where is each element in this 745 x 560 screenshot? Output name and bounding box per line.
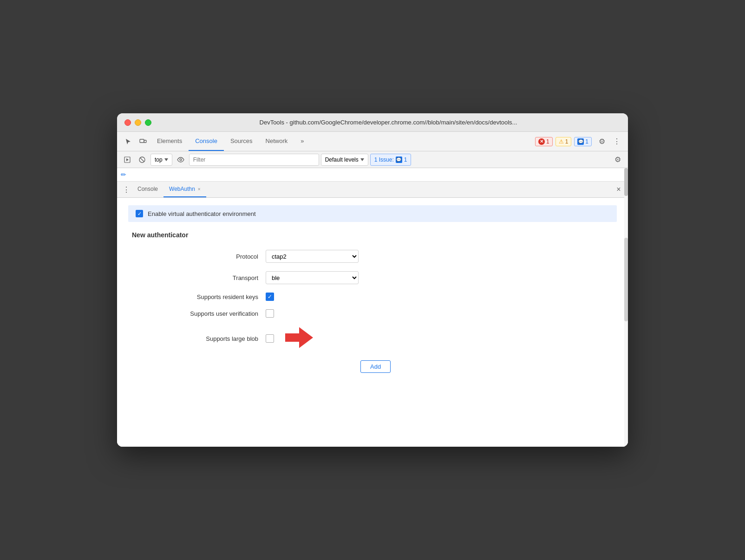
enable-authenticator-row: ✓ Enable virtual authenticator environme…: [128, 205, 617, 222]
new-authenticator-title: New authenticator: [132, 231, 617, 239]
panel-tab-bar: ⋮ Console WebAuthn × ×: [117, 181, 628, 198]
red-arrow-indicator: [285, 326, 313, 351]
resident-keys-checkbox[interactable]: ✓: [266, 293, 274, 301]
add-authenticator-button[interactable]: Add: [360, 360, 391, 373]
error-badge[interactable]: ✕ 1: [535, 137, 553, 146]
svg-rect-0: [140, 139, 144, 143]
protocol-select[interactable]: ctap2 u2f: [266, 250, 359, 263]
panel-tab-console[interactable]: Console: [132, 182, 163, 197]
console-settings-icon[interactable]: ⚙: [611, 153, 624, 166]
info-badge[interactable]: 💬 1: [574, 137, 592, 146]
cursor-icon[interactable]: [121, 132, 136, 151]
close-button[interactable]: [124, 119, 131, 126]
level-selector[interactable]: Default levels: [321, 154, 368, 166]
svg-marker-7: [285, 327, 313, 348]
devtools-tab-bar: Elements Console Sources Network » ✕ 1 ⚠…: [117, 132, 628, 151]
user-verification-label: Supports user verification: [156, 310, 258, 317]
svg-point-6: [180, 159, 182, 161]
warn-icon: ⚠: [559, 138, 564, 145]
devtools-more-icon[interactable]: ⋮: [609, 132, 624, 151]
protocol-label: Protocol: [156, 253, 258, 260]
title-bar: DevTools - github.com/GoogleChrome/devel…: [117, 113, 628, 132]
tab-elements[interactable]: Elements: [150, 132, 189, 151]
comment-icon: 💬: [577, 138, 584, 145]
svg-line-5: [140, 158, 144, 162]
filter-input[interactable]: [189, 154, 319, 166]
transport-label: Transport: [156, 274, 258, 281]
large-blob-row: Supports large blob: [156, 326, 617, 351]
tab-network[interactable]: Network: [259, 132, 294, 151]
eye-icon[interactable]: [174, 153, 187, 166]
large-blob-checkbox[interactable]: [266, 334, 274, 343]
tab-console[interactable]: Console: [189, 132, 224, 151]
resident-keys-label: Supports resident keys: [156, 293, 258, 300]
panel-tab-close-icon[interactable]: ×: [198, 187, 201, 192]
user-verification-checkbox[interactable]: [266, 309, 274, 318]
console-scrollbar-thumb[interactable]: [624, 168, 628, 196]
tab-more[interactable]: »: [294, 132, 310, 151]
issue-icon: 💬: [396, 156, 402, 163]
tab-sources[interactable]: Sources: [224, 132, 259, 151]
console-toolbar: top Default levels 1 Issue: 💬 1 ⚙: [117, 151, 628, 168]
devtools-settings-icon[interactable]: ⚙: [595, 132, 609, 151]
large-blob-label: Supports large blob: [156, 335, 258, 342]
pencil-area: ✏: [117, 168, 628, 181]
user-verification-row: Supports user verification: [156, 309, 617, 318]
panel-tab-webauthn[interactable]: WebAuthn ×: [163, 182, 206, 197]
run-script-button[interactable]: [121, 153, 134, 166]
panel-close-button[interactable]: ×: [613, 184, 624, 195]
protocol-row: Protocol ctap2 u2f: [156, 250, 617, 263]
badge-area: ✕ 1 ⚠ 1 💬 1: [532, 132, 595, 151]
context-selector[interactable]: top: [150, 154, 172, 166]
error-icon: ✕: [538, 138, 545, 145]
panel-scrollbar-track[interactable]: [624, 224, 628, 447]
devtools-body: ✏ ⋮ Console WebAuthn × × ✓ Enable virtua…: [117, 168, 628, 447]
maximize-button[interactable]: [145, 119, 151, 126]
panel-scrollbar-thumb[interactable]: [624, 238, 628, 321]
panel-menu-icon[interactable]: ⋮: [121, 184, 132, 195]
window-title: DevTools - github.com/GoogleChrome/devel…: [156, 119, 621, 126]
enable-checkbox[interactable]: ✓: [136, 210, 143, 217]
transport-select[interactable]: ble usb nfc internal: [266, 271, 359, 284]
transport-row: Transport ble usb nfc internal: [156, 271, 617, 284]
minimize-button[interactable]: [135, 119, 141, 126]
enable-label: Enable virtual authenticator environment: [148, 210, 256, 217]
svg-marker-3: [126, 158, 129, 161]
pencil-icon: ✏: [121, 171, 126, 178]
webauthn-panel: ✓ Enable virtual authenticator environme…: [117, 198, 628, 447]
clear-console-button[interactable]: [136, 153, 149, 166]
traffic-lights: [124, 119, 151, 126]
device-toggle-icon[interactable]: [136, 132, 150, 151]
resident-keys-row: Supports resident keys ✓: [156, 293, 617, 301]
svg-rect-1: [144, 140, 146, 143]
issue-badge[interactable]: 1 Issue: 💬 1: [370, 154, 412, 166]
warn-badge[interactable]: ⚠ 1: [555, 137, 572, 146]
authenticator-form: Protocol ctap2 u2f Transport ble usb nfc…: [156, 250, 617, 351]
devtools-window: DevTools - github.com/GoogleChrome/devel…: [117, 113, 628, 447]
